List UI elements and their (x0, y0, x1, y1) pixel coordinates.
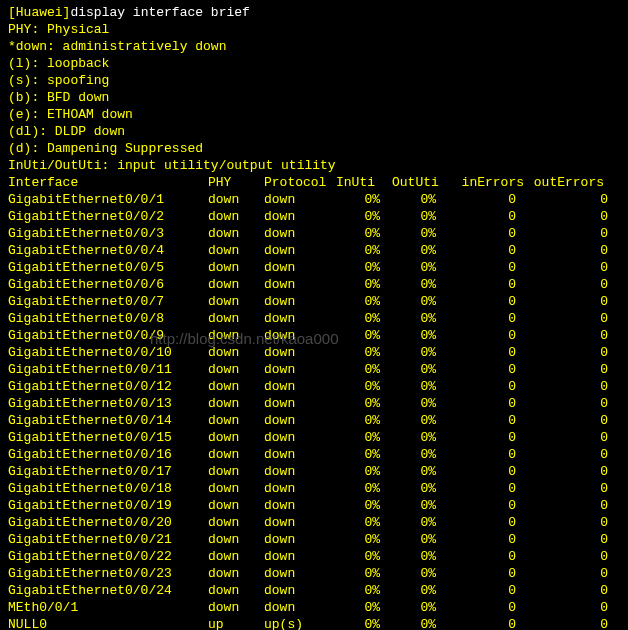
interface-name: GigabitEthernet0/0/16 (8, 446, 208, 463)
table-row: GigabitEthernet0/0/21downdown0%0%00 (8, 531, 620, 548)
protocol-status: down (264, 599, 336, 616)
inuti-value: 0% (336, 497, 392, 514)
table-row: GigabitEthernet0/0/22downdown0%0%00 (8, 548, 620, 565)
table-row: GigabitEthernet0/0/10downdown0%0%00 (8, 344, 620, 361)
table-row: GigabitEthernet0/0/7downdown0%0%00 (8, 293, 620, 310)
oututi-value: 0% (392, 412, 448, 429)
oututi-value: 0% (392, 276, 448, 293)
table-row: GigabitEthernet0/0/18downdown0%0%00 (8, 480, 620, 497)
phy-status: down (208, 276, 264, 293)
col-phy-header: PHY (208, 174, 264, 191)
outerrors-value: 0 (528, 276, 608, 293)
inerrors-value: 0 (448, 497, 528, 514)
table-row: GigabitEthernet0/0/16downdown0%0%00 (8, 446, 620, 463)
protocol-status: down (264, 514, 336, 531)
inuti-value: 0% (336, 582, 392, 599)
inuti-value: 0% (336, 565, 392, 582)
inerrors-value: 0 (448, 514, 528, 531)
interface-name: GigabitEthernet0/0/2 (8, 208, 208, 225)
phy-status: down (208, 344, 264, 361)
protocol-status: down (264, 429, 336, 446)
oututi-value: 0% (392, 480, 448, 497)
phy-status: down (208, 293, 264, 310)
oututi-value: 0% (392, 463, 448, 480)
inerrors-value: 0 (448, 565, 528, 582)
inuti-value: 0% (336, 344, 392, 361)
col-oututi-header: OutUti (392, 174, 448, 191)
inerrors-value: 0 (448, 293, 528, 310)
oututi-value: 0% (392, 429, 448, 446)
oututi-value: 0% (392, 378, 448, 395)
inuti-value: 0% (336, 208, 392, 225)
oututi-value: 0% (392, 514, 448, 531)
inuti-value: 0% (336, 225, 392, 242)
inuti-value: 0% (336, 276, 392, 293)
protocol-status: down (264, 225, 336, 242)
legend-line: InUti/OutUti: input utility/output utili… (8, 157, 620, 174)
phy-status: down (208, 327, 264, 344)
phy-status: down (208, 446, 264, 463)
legend-line: (s): spoofing (8, 72, 620, 89)
inerrors-value: 0 (448, 446, 528, 463)
interface-name: GigabitEthernet0/0/10 (8, 344, 208, 361)
inerrors-value: 0 (448, 242, 528, 259)
protocol-status: down (264, 548, 336, 565)
inuti-value: 0% (336, 429, 392, 446)
outerrors-value: 0 (528, 582, 608, 599)
outerrors-value: 0 (528, 565, 608, 582)
outerrors-value: 0 (528, 429, 608, 446)
phy-status: down (208, 582, 264, 599)
interface-name: GigabitEthernet0/0/1 (8, 191, 208, 208)
inuti-value: 0% (336, 616, 392, 630)
inerrors-value: 0 (448, 531, 528, 548)
protocol-status: down (264, 531, 336, 548)
inerrors-value: 0 (448, 361, 528, 378)
inerrors-value: 0 (448, 276, 528, 293)
phy-status: down (208, 395, 264, 412)
prompt-prefix: [Huawei] (8, 5, 70, 20)
inerrors-value: 0 (448, 616, 528, 630)
outerrors-value: 0 (528, 310, 608, 327)
protocol-status: down (264, 327, 336, 344)
outerrors-value: 0 (528, 395, 608, 412)
protocol-status: down (264, 208, 336, 225)
outerrors-value: 0 (528, 497, 608, 514)
inuti-value: 0% (336, 446, 392, 463)
interface-name: GigabitEthernet0/0/21 (8, 531, 208, 548)
inuti-value: 0% (336, 480, 392, 497)
table-row: GigabitEthernet0/0/15downdown0%0%00 (8, 429, 620, 446)
outerrors-value: 0 (528, 327, 608, 344)
outerrors-value: 0 (528, 191, 608, 208)
interface-name: GigabitEthernet0/0/13 (8, 395, 208, 412)
phy-status: down (208, 225, 264, 242)
inuti-value: 0% (336, 327, 392, 344)
interface-name: GigabitEthernet0/0/7 (8, 293, 208, 310)
protocol-status: down (264, 446, 336, 463)
inuti-value: 0% (336, 514, 392, 531)
inuti-value: 0% (336, 242, 392, 259)
phy-status: down (208, 565, 264, 582)
col-interface-header: Interface (8, 174, 208, 191)
phy-status: down (208, 412, 264, 429)
phy-status: down (208, 599, 264, 616)
interface-name: GigabitEthernet0/0/20 (8, 514, 208, 531)
protocol-status: down (264, 582, 336, 599)
phy-status: down (208, 497, 264, 514)
inuti-value: 0% (336, 259, 392, 276)
interface-name: GigabitEthernet0/0/5 (8, 259, 208, 276)
protocol-status: down (264, 310, 336, 327)
protocol-status: down (264, 480, 336, 497)
oututi-value: 0% (392, 446, 448, 463)
phy-status: down (208, 463, 264, 480)
outerrors-value: 0 (528, 616, 608, 630)
legend-line: *down: administratively down (8, 38, 620, 55)
phy-status: down (208, 191, 264, 208)
interface-name: GigabitEthernet0/0/6 (8, 276, 208, 293)
outerrors-value: 0 (528, 412, 608, 429)
oututi-value: 0% (392, 310, 448, 327)
phy-status: down (208, 429, 264, 446)
oututi-value: 0% (392, 242, 448, 259)
protocol-status: up(s) (264, 616, 336, 630)
protocol-status: down (264, 259, 336, 276)
col-inerrors-header: inErrors (448, 174, 528, 191)
